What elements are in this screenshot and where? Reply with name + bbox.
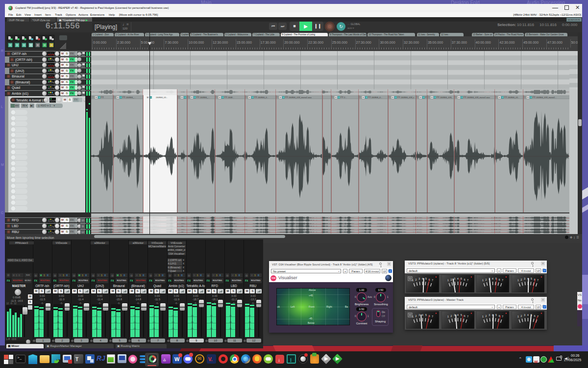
svg-text:2: 2 (486, 314, 487, 317)
svg-text:2: 2 (520, 278, 522, 281)
svg-text:2: 2 (450, 314, 452, 317)
svg-text:2: 2 (416, 314, 417, 317)
svg-text:6: 6 (499, 314, 500, 317)
svg-text:2: 2 (486, 278, 487, 281)
svg-text:1: 1 (517, 315, 518, 318)
svg-text:3: 3 (454, 314, 455, 316)
svg-text:5: 5 (495, 314, 497, 316)
svg-text:7: 7 (502, 279, 503, 282)
svg-text:2: 2 (450, 278, 452, 281)
svg-text:7: 7 (432, 315, 433, 318)
svg-text:7: 7 (502, 315, 503, 318)
svg-text:1: 1 (482, 315, 484, 318)
svg-text:1: 1 (447, 279, 448, 282)
svg-text:1: 1 (517, 279, 518, 282)
svg-text:5: 5 (460, 277, 462, 280)
svg-text:7: 7 (432, 279, 433, 282)
svg-text:5: 5 (460, 314, 462, 316)
svg-text:5: 5 (425, 277, 427, 280)
svg-text:5: 5 (425, 314, 427, 316)
svg-text:7: 7 (467, 279, 468, 282)
svg-text:4: 4 (492, 277, 493, 280)
svg-text:3: 3 (418, 277, 420, 280)
svg-text:5: 5 (530, 277, 532, 280)
svg-text:6: 6 (464, 278, 465, 281)
svg-text:6: 6 (464, 314, 465, 317)
svg-text:4: 4 (457, 277, 459, 280)
svg-text:3: 3 (524, 277, 525, 280)
svg-text:6: 6 (534, 314, 535, 317)
svg-text:3: 3 (454, 277, 455, 280)
svg-text:2: 2 (520, 314, 522, 317)
svg-text:2: 2 (416, 278, 417, 281)
svg-text:1: 1 (482, 279, 484, 282)
svg-text:3: 3 (489, 314, 490, 316)
svg-text:1: 1 (447, 315, 448, 318)
svg-text:4: 4 (457, 314, 459, 316)
svg-text:6: 6 (499, 278, 500, 281)
svg-text:7: 7 (537, 279, 539, 282)
svg-text:4: 4 (527, 314, 529, 316)
svg-text:7: 7 (467, 315, 468, 318)
svg-text:4: 4 (422, 314, 423, 316)
svg-text:3: 3 (524, 314, 525, 316)
svg-text:3: 3 (418, 314, 420, 316)
